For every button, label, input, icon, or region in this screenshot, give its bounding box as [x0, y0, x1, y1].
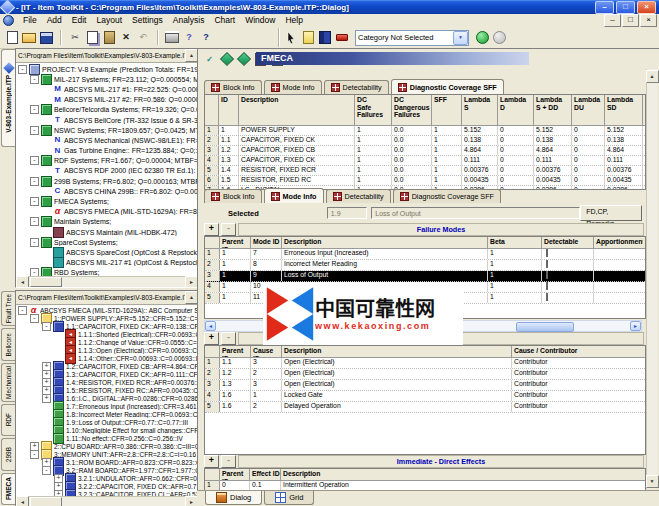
scroll-up-icon[interactable]: ▲ — [646, 70, 659, 83]
open-icon[interactable] — [22, 31, 36, 44]
selected-description-field[interactable]: Loss of Output — [371, 207, 580, 219]
cause-row[interactable]: 1 1.1 3 Open (Electrical) Contributor — [205, 358, 645, 369]
menu-item[interactable]: Window — [240, 14, 280, 27]
table-row[interactable]: 1 1 POWER SUPPLY 1 0.0 1 5.152 0 5.152 0… — [205, 126, 645, 136]
tree-item[interactable]: ABCSYS MIL-217 #1 (OptCost & Repstock): — [16, 258, 198, 268]
book-icon[interactable] — [318, 31, 332, 44]
table-row[interactable]: 5 1.4 RESISTOR, FIXED RCR 1 0.0 1 0.0037… — [205, 166, 645, 176]
context-help-icon[interactable]: ? — [199, 31, 213, 44]
table-row[interactable]: 4 1.3 CAPACITOR, FIXED CK 1 0.0 1 0.111 … — [205, 156, 645, 166]
tree-item[interactable]: 1.1.1::Shorted (Electrical)::CFR=0.0693:… — [16, 330, 198, 338]
tree-item[interactable]: 1.10::Negligible Effect for small change… — [16, 426, 198, 434]
expand-toggle[interactable]: - — [30, 238, 39, 247]
add-row-button[interactable]: + — [204, 332, 219, 345]
failure-mode-row[interactable]: 3 1 9 Loss of Output 1 — [205, 271, 645, 282]
new-icon[interactable] — [5, 31, 19, 44]
print-icon[interactable] — [165, 31, 179, 44]
expand-toggle[interactable]: - — [30, 177, 39, 186]
tree-item[interactable]: - NSWC Systems; FR=1809.657; Q=0.0425; M… — [16, 125, 198, 135]
menu-item[interactable]: Help — [280, 14, 307, 27]
tree-item[interactable]: 1.8::Incorrect Meter Reading::CFR=0.0693… — [16, 410, 198, 418]
tab-project-file[interactable]: V-803-Example.ITP — [1, 49, 15, 147]
menu-item[interactable]: Settings — [127, 14, 168, 27]
tree-item[interactable]: - 1.1::CAPACITOR, FIXED CK::AFR=0.138::C… — [16, 322, 198, 330]
tree-item[interactable]: + 3.2.1::UNDULATOR::AFR=0.662::CFR=0 — [16, 474, 198, 482]
failure-mode-row[interactable]: 2 1 8 Incorrect Meter Reading 1 — [205, 260, 645, 271]
tree-item[interactable]: 1.1.3::Open (Electrical)::CFR=0.00693::C… — [16, 346, 198, 354]
mdi-minimize-button[interactable]: – — [604, 14, 621, 27]
expand-toggle[interactable]: - — [30, 450, 39, 459]
restore-button[interactable]: □ — [616, 1, 635, 14]
mdi-close-button[interactable]: × — [640, 14, 657, 27]
expand-toggle[interactable]: - — [30, 197, 39, 206]
detectable-checkbox[interactable] — [546, 271, 548, 279]
remove-row-button[interactable]: - — [221, 223, 236, 236]
pointer-icon[interactable] — [284, 31, 298, 44]
note-icon[interactable] — [301, 31, 315, 44]
cause-row[interactable]: 2 1.2 2 Open (Electrical) Contributor — [205, 369, 645, 380]
cause-row[interactable]: 3 1.3 3 Open (Electrical) Contributor — [205, 380, 645, 391]
scrollbar-thumb[interactable] — [516, 322, 574, 332]
expand-toggle[interactable]: + — [42, 394, 51, 403]
failure-mode-row[interactable]: 1 1 7 Erroneous Input (Increased) 1 — [205, 249, 645, 260]
tree-item[interactable]: ABCSYS MIL-217 #1: FR=22.525: Q=0.0005 — [16, 84, 198, 94]
undo-icon[interactable]: ↶ — [136, 31, 150, 44]
tab-grid[interactable]: Grid — [264, 491, 314, 505]
add-row-button[interactable]: + — [204, 455, 219, 468]
close-button[interactable]: × — [637, 1, 656, 14]
detectable-checkbox[interactable] — [546, 282, 548, 290]
detectable-checkbox[interactable] — [546, 293, 548, 301]
expand-toggle[interactable]: - — [30, 126, 39, 135]
tree-item[interactable]: - SpareCost Systems; — [16, 237, 198, 247]
tab[interactable]: Diagnostic Coverage SFF — [393, 189, 501, 203]
scroll-left-icon[interactable]: ◄ — [205, 321, 216, 331]
menu-item[interactable]: Analysis — [168, 14, 210, 27]
menu-item[interactable]: Add — [42, 14, 67, 27]
go-icon[interactable] — [475, 31, 489, 44]
table-row[interactable]: 3 1.2 CAPACITOR, FIXED CB 1 0.0 1 4.864 … — [205, 146, 645, 156]
expand-toggle[interactable]: - — [30, 105, 39, 114]
scrollbar-thumb[interactable] — [30, 277, 62, 287]
expand-toggle[interactable]: - — [30, 75, 39, 84]
tree-item[interactable]: 1.9::Loss of Output::CFR=0.77::C=0.77::I… — [16, 418, 198, 426]
fd-cp-remarks-button[interactable]: FD,CP, Remarks — [580, 205, 642, 221]
fmeca-tree-hscrollbar[interactable]: ◄ ► — [16, 496, 198, 506]
tree-item[interactable]: ABCSYS Mechanical (NSWC-98/LE1): FR= — [16, 135, 198, 145]
menu-item[interactable]: Chart — [209, 14, 240, 27]
tree-item[interactable]: 1.7::Erroneous Input (Increased)::CFR=3.… — [16, 402, 198, 410]
tab[interactable]: Mode Info — [264, 188, 324, 203]
tree-item[interactable]: - RBD Systems; — [16, 268, 198, 276]
delete-icon[interactable]: ✕ — [119, 31, 133, 44]
expand-toggle[interactable]: - — [30, 217, 39, 226]
scroll-left-icon[interactable]: ◄ — [16, 496, 29, 506]
expand-toggle[interactable]: - — [30, 314, 39, 323]
scrollbar-thumb[interactable] — [30, 497, 62, 506]
prev-block-icon[interactable] — [220, 53, 233, 66]
copy-icon[interactable] — [85, 31, 99, 44]
tree-item[interactable]: ABCSYS FMECA (MIL-STD-1629A): FR=8.33 — [16, 207, 198, 217]
apply-icon[interactable]: ✓ — [203, 53, 216, 66]
menu-item[interactable]: Layout — [91, 14, 127, 27]
tree-item[interactable]: - PROJECT: V-8 Example (Prediction Total… — [16, 64, 198, 74]
mdi-restore-button[interactable]: □ — [622, 14, 639, 27]
help-icon[interactable]: ? — [182, 31, 196, 44]
expand-toggle[interactable]: - — [30, 268, 39, 276]
tab[interactable]: Diagnostic Coverage SFF — [391, 79, 504, 94]
detectable-checkbox[interactable] — [546, 260, 548, 268]
tree-item[interactable]: - Maintain Systems; — [16, 217, 198, 227]
tab[interactable]: Block Info — [204, 80, 262, 94]
remove-row-button[interactable]: - — [221, 455, 236, 468]
expand-toggle[interactable]: - — [18, 65, 27, 74]
tree-item[interactable]: - Bellcore/Telcordia Systems; FR=19.326;… — [16, 105, 198, 115]
expand-toggle[interactable]: - — [18, 306, 27, 315]
tab[interactable]: Detectability — [326, 189, 391, 203]
tree-item[interactable]: 1.1.2::Change of Value::CFR=0.0555::C= — [16, 338, 198, 346]
cause-row[interactable]: 5 1.6 2 Delayed Operation Contributor — [205, 402, 645, 413]
expand-toggle[interactable]: - — [42, 466, 51, 475]
tree-item[interactable]: + 1.6::I.C., DIGITAL::AFR=0.0286::CFR=0.… — [16, 394, 198, 402]
save-icon[interactable] — [39, 31, 53, 44]
tree-item[interactable]: ABCSYS BellCore (TR-332 Issue 6 & SR-332 — [16, 115, 198, 125]
stop-icon[interactable] — [492, 31, 506, 44]
category-dropdown[interactable]: Category Not Selected ▼ — [355, 30, 469, 46]
tree-item[interactable]: - 3.2::RAM BOARD::AFR=1.977::CFR=1.977::… — [16, 466, 198, 474]
